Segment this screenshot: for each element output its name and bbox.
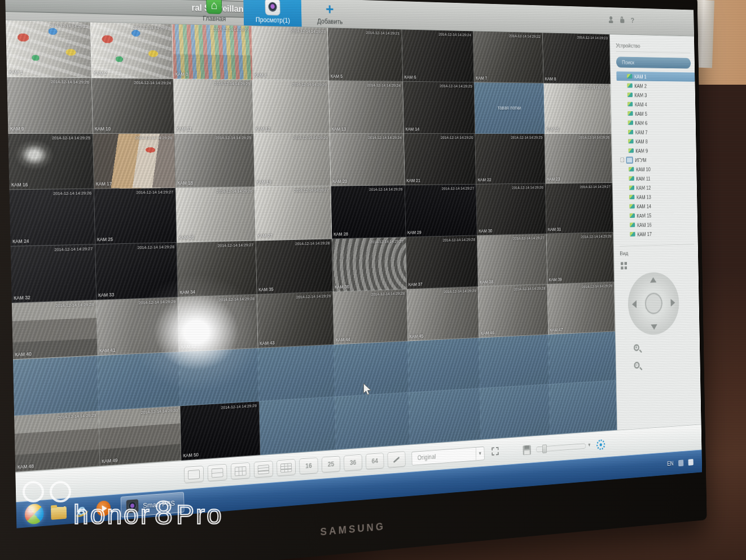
- slider-handle[interactable]: [542, 444, 547, 453]
- camera-tile[interactable]: КАМ 222014-12-14 14:29:25: [475, 133, 545, 184]
- empty-cell[interactable]: [548, 331, 616, 384]
- camera-tile[interactable]: КАМ 102014-12-14 14:29:24: [91, 78, 174, 133]
- camera-tile[interactable]: КАМ 152014-12-14 14:29:26: [543, 83, 612, 133]
- camera-tile[interactable]: КАМ 172014-12-14 14:29:26: [93, 133, 175, 189]
- language-indicator[interactable]: EN: [667, 460, 674, 467]
- layout-25-button[interactable]: 25: [322, 456, 340, 473]
- camera-tile[interactable]: КАМ 42014-12-14 14:29:23: [251, 26, 328, 81]
- camera-tile[interactable]: КАМ 342014-12-14 14:29:27: [177, 241, 257, 298]
- camera-tile[interactable]: КАМ 462014-12-14 14:29:28: [478, 284, 548, 338]
- camera-tile[interactable]: КАМ 132014-12-14 14:29:24: [329, 81, 404, 134]
- collapse-icon[interactable]: [620, 158, 624, 162]
- layout-6-button[interactable]: [231, 462, 251, 480]
- help-icon[interactable]: [631, 16, 635, 25]
- camera-tile[interactable]: КАМ 272014-12-14 14:29:27: [254, 186, 332, 241]
- camera-tile[interactable]: КАМ 432014-12-14 14:29:29: [257, 292, 334, 348]
- camera-tile[interactable]: КАМ 112014-12-14 14:29:25: [173, 79, 253, 134]
- camera-tile[interactable]: КАМ 402014-12-14 14:29:28: [12, 300, 98, 360]
- device-camera-item[interactable]: КАМ 8: [617, 137, 696, 146]
- stream-select[interactable]: Original ▼: [411, 446, 484, 465]
- layout-grid-icon[interactable]: [621, 262, 627, 269]
- device-camera-item[interactable]: КАМ 5: [617, 109, 696, 119]
- layout-4-button[interactable]: [208, 464, 227, 482]
- camera-tile[interactable]: КАМ 202014-12-14 14:29:24: [330, 133, 405, 186]
- empty-cell[interactable]: [98, 352, 181, 411]
- empty-cell[interactable]: [335, 393, 410, 450]
- device-camera-item[interactable]: КАМ 17: [620, 228, 698, 239]
- empty-cell[interactable]: [13, 356, 99, 416]
- ptz-down-arrow[interactable]: [651, 324, 657, 330]
- layout-64-button[interactable]: 64: [366, 453, 384, 470]
- camera-tile[interactable]: КАМ 352014-12-14 14:29:28: [256, 239, 333, 294]
- camera-tile[interactable]: КАМ 412014-12-14 14:29:29: [96, 297, 179, 355]
- layout-36-button[interactable]: 36: [344, 454, 362, 471]
- lock-icon[interactable]: [620, 19, 624, 23]
- volume-slider[interactable]: ▼: [536, 443, 586, 452]
- camera-tile[interactable]: КАМ 252014-12-14 14:29:27: [94, 188, 177, 244]
- camera-tile[interactable]: КАМ 232014-12-14 14:29:26: [545, 133, 612, 183]
- camera-tile[interactable]: КАМ 442014-12-14 14:29:28: [333, 289, 408, 344]
- empty-cell[interactable]: [479, 334, 549, 388]
- camera-tile[interactable]: КАМ 62014-12-14 14:29:24: [402, 29, 475, 82]
- empty-cell[interactable]: [408, 338, 480, 393]
- tab-view[interactable]: Просмотр(1): [243, 0, 301, 27]
- custom-split-button[interactable]: [387, 451, 405, 468]
- camera-tile[interactable]: КАМ 382014-12-14 14:29:27: [477, 234, 547, 287]
- empty-cell[interactable]: [259, 397, 336, 455]
- tab-home[interactable]: Главная: [184, 0, 244, 25]
- camera-tile[interactable]: КАМ 472014-12-14 14:29:29: [547, 282, 615, 334]
- camera-tile[interactable]: КАМ 182014-12-14 14:29:25: [174, 133, 254, 188]
- camera-tile[interactable]: КАМ 12014-12-14 14:29:21: [6, 20, 91, 78]
- device-camera-item[interactable]: КАМ 11: [618, 173, 697, 183]
- tray-keyboard-icon[interactable]: [678, 460, 683, 466]
- zoom-in-icon[interactable]: +: [634, 344, 643, 355]
- save-button[interactable]: [523, 445, 531, 455]
- camera-tile[interactable]: КАМ 72014-12-14 14:29:22: [473, 31, 543, 83]
- device-camera-item[interactable]: КАМ 3: [617, 90, 695, 100]
- empty-cell[interactable]: [179, 348, 259, 406]
- camera-tile[interactable]: КАМ 82014-12-14 14:29:23: [542, 33, 611, 84]
- target-settings-icon[interactable]: [596, 439, 605, 450]
- fullscreen-button[interactable]: [491, 447, 499, 458]
- empty-cell[interactable]: [549, 380, 617, 435]
- device-camera-item[interactable]: КАМ 7: [617, 128, 696, 137]
- ptz-left-arrow[interactable]: [632, 300, 637, 308]
- ptz-up-arrow[interactable]: [650, 277, 656, 283]
- device-camera-item[interactable]: КАМ 12: [618, 182, 697, 193]
- ptz-right-arrow[interactable]: [670, 299, 675, 307]
- camera-tile[interactable]: КАМ 372014-12-14 14:29:28: [406, 235, 478, 289]
- device-camera-item[interactable]: КАМ 6: [617, 118, 696, 128]
- layout-8-button[interactable]: [254, 461, 273, 478]
- camera-tile[interactable]: КАМ 22014-12-14 14:29:22: [90, 22, 173, 78]
- camera-tile[interactable]: КАМ 52014-12-14 14:29:21: [328, 28, 403, 81]
- device-camera-item[interactable]: КАМ 2: [617, 81, 695, 91]
- user-icon[interactable]: [608, 16, 613, 23]
- camera-tile[interactable]: КАМ 262014-12-14 14:29:26: [175, 187, 256, 243]
- camera-tile[interactable]: КАМ 362014-12-14 14:29:27: [332, 237, 407, 291]
- device-group-item[interactable]: ИГУМ: [618, 155, 696, 164]
- device-camera-item[interactable]: КАМ 9: [618, 146, 696, 155]
- zoom-out-icon[interactable]: −: [634, 361, 643, 373]
- device-camera-item[interactable]: КАМ 4: [617, 99, 695, 109]
- camera-tile[interactable]: КАМ 242014-12-14 14:29:26: [10, 189, 95, 247]
- camera-tile[interactable]: КАМ 292014-12-14 14:29:27: [405, 185, 477, 237]
- empty-cell[interactable]: [258, 344, 335, 401]
- camera-tile[interactable]: КАМ 302014-12-14 14:29:26: [476, 183, 546, 235]
- camera-tile[interactable]: КАМ 282014-12-14 14:29:26: [331, 185, 406, 239]
- camera-tile[interactable]: КАМ 502014-12-14 14:29:29: [180, 401, 260, 461]
- tab-add[interactable]: Добавить: [301, 0, 358, 28]
- empty-cell[interactable]: [480, 384, 550, 439]
- device-camera-item[interactable]: КАМ 1: [616, 71, 695, 81]
- camera-tile[interactable]: КАМ 422014-12-14 14:29:28: [178, 295, 258, 352]
- camera-tile[interactable]: КАМ 452014-12-14 14:29:29: [407, 287, 479, 341]
- camera-tile[interactable]: КАМ 122014-12-14 14:29:26: [252, 80, 330, 133]
- ptz-center[interactable]: [644, 292, 662, 314]
- search-input[interactable]: Поиск: [616, 56, 691, 68]
- camera-tile[interactable]: КАМ 92014-12-14 14:29:26: [7, 77, 93, 133]
- camera-tile[interactable]: КАМ 142014-12-14 14:29:25: [403, 81, 475, 133]
- camera-tile[interactable]: КАМ 162014-12-14 14:29:25: [8, 133, 94, 190]
- layout-9-button[interactable]: [277, 459, 296, 476]
- ptz-pad[interactable]: [627, 272, 679, 336]
- camera-tile[interactable]: тавая лотки: [474, 82, 544, 134]
- layout-16-button[interactable]: 16: [299, 457, 318, 474]
